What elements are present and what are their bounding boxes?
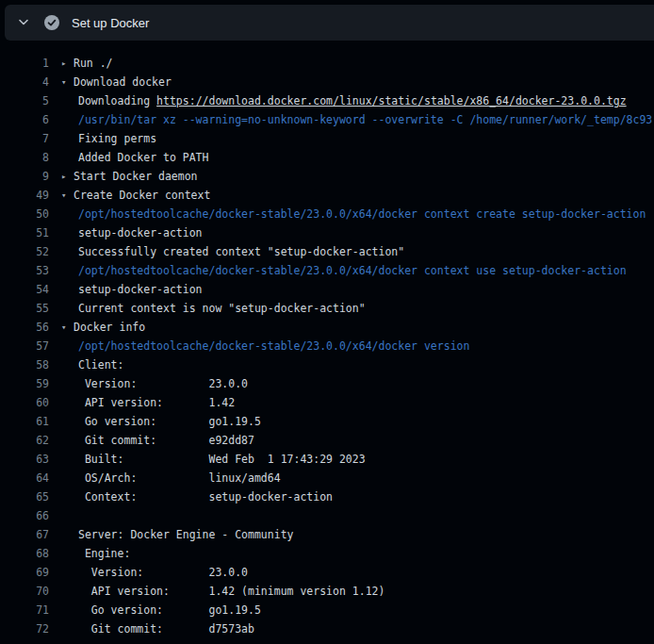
line-number[interactable]: 58 xyxy=(0,355,49,374)
line-number[interactable]: 6 xyxy=(0,110,49,129)
line-number[interactable]: 60 xyxy=(0,393,49,412)
log-line: 54setup-docker-action xyxy=(0,280,654,299)
log-line[interactable]: 4▾Download docker xyxy=(0,73,654,91)
group-label[interactable]: Create Docker context xyxy=(74,186,210,205)
line-number[interactable]: 55 xyxy=(0,299,49,318)
line-number[interactable]: 8 xyxy=(0,148,49,167)
log-text: Git commit: d7573ab xyxy=(78,619,254,638)
line-number[interactable]: 52 xyxy=(0,242,49,261)
log-line: 67Server: Docker Engine - Community xyxy=(0,525,654,544)
log-line: 64 OS/Arch: linux/amd64 xyxy=(0,469,654,487)
log-text: Client: xyxy=(78,355,123,374)
group-label[interactable]: Docker info xyxy=(74,318,145,337)
chevron-down-icon[interactable] xyxy=(18,19,29,26)
step-title: Set up Docker xyxy=(72,16,149,30)
log-line: 8Added Docker to PATH xyxy=(0,148,654,167)
command-text: /opt/hostedtoolcache/docker-stable/23.0.… xyxy=(78,205,652,223)
line-number[interactable]: 61 xyxy=(0,412,49,431)
log-line[interactable]: 49▾Create Docker context xyxy=(0,186,654,205)
log-text: API version: 1.42 xyxy=(78,393,235,412)
log-line: 58Client: xyxy=(0,355,654,374)
line-number[interactable]: 65 xyxy=(0,487,49,506)
log-text: Added Docker to PATH xyxy=(78,148,208,167)
line-number[interactable]: 5 xyxy=(0,91,49,110)
log-text: Successfully created context "setup-dock… xyxy=(78,242,404,261)
caret-down-icon[interactable]: ▾ xyxy=(61,186,74,205)
line-number[interactable]: 56 xyxy=(0,318,49,337)
check-circle-icon xyxy=(44,15,59,30)
log-line[interactable]: 9▸Start Docker daemon xyxy=(0,167,654,186)
log-line: 51setup-docker-action xyxy=(0,223,654,242)
log-text: Git commit: e92dd87 xyxy=(78,431,254,450)
line-number[interactable]: 68 xyxy=(0,544,49,563)
log-text: Go version: go1.19.5 xyxy=(78,601,261,619)
caret-right-icon[interactable]: ▸ xyxy=(61,167,74,186)
log-line: 72 Git commit: d7573ab xyxy=(0,619,654,638)
log-container: 1▸Run ./4▾Download docker5Downloading ht… xyxy=(0,41,654,638)
line-number[interactable]: 1 xyxy=(0,54,49,73)
log-text: setup-docker-action xyxy=(78,223,203,242)
step-header[interactable]: Set up Docker xyxy=(5,5,654,41)
log-text: OS/Arch: linux/amd64 xyxy=(78,469,281,487)
log-line: 71 Go version: go1.19.5 xyxy=(0,601,654,619)
line-number[interactable]: 57 xyxy=(0,337,49,355)
line-number[interactable]: 63 xyxy=(0,450,49,469)
group-label[interactable]: Run ./ xyxy=(74,54,113,73)
group-label[interactable]: Start Docker daemon xyxy=(74,167,198,186)
log-line: 66 xyxy=(0,506,654,525)
line-number[interactable]: 59 xyxy=(0,374,49,393)
log-line: 70 API version: 1.42 (minimum version 1.… xyxy=(0,582,654,601)
caret-right-icon[interactable]: ▸ xyxy=(61,54,74,73)
log-text: Downloading https://download.docker.com/… xyxy=(78,91,627,110)
log-text: Version: 23.0.0 xyxy=(78,563,248,582)
log-text: Server: Docker Engine - Community xyxy=(78,525,293,544)
line-number[interactable]: 66 xyxy=(0,506,49,525)
log-line: 52Successfully created context "setup-do… xyxy=(0,242,654,261)
line-number[interactable]: 4 xyxy=(0,73,49,91)
log-line[interactable]: 1▸Run ./ xyxy=(0,54,654,73)
line-number[interactable]: 54 xyxy=(0,280,49,299)
log-line: 6/usr/bin/tar xz --warning=no-unknown-ke… xyxy=(0,110,654,129)
line-number[interactable]: 9 xyxy=(0,167,49,186)
log-text: Go version: go1.19.5 xyxy=(78,412,261,431)
line-number[interactable]: 51 xyxy=(0,223,49,242)
line-number[interactable]: 70 xyxy=(0,582,49,601)
group-label[interactable]: Download docker xyxy=(74,73,172,91)
line-number[interactable]: 71 xyxy=(0,601,49,619)
line-number[interactable]: 72 xyxy=(0,619,49,638)
line-number[interactable]: 53 xyxy=(0,261,49,280)
line-number[interactable]: 69 xyxy=(0,563,49,582)
line-number[interactable]: 67 xyxy=(0,525,49,544)
command-text: /opt/hostedtoolcache/docker-stable/23.0.… xyxy=(78,337,469,355)
caret-down-icon[interactable]: ▾ xyxy=(61,73,74,91)
log-line: 59 Version: 23.0.0 xyxy=(0,374,654,393)
log-line: 50/opt/hostedtoolcache/docker-stable/23.… xyxy=(0,205,654,223)
log-link[interactable]: https://download.docker.com/linux/static… xyxy=(156,94,627,107)
log-text: API version: 1.42 (minimum version 1.12) xyxy=(78,582,384,601)
log-text: setup-docker-action xyxy=(78,280,203,299)
log-line: 63 Built: Wed Feb 1 17:43:29 2023 xyxy=(0,450,654,469)
line-number[interactable]: 50 xyxy=(0,205,49,223)
log-line: 60 API version: 1.42 xyxy=(0,393,654,412)
log-text: Context: setup-docker-action xyxy=(78,487,333,506)
log-text: Fixing perms xyxy=(78,129,156,148)
log-text: Engine: xyxy=(78,544,130,563)
log-line: 69 Version: 23.0.0 xyxy=(0,563,654,582)
log-line: 57/opt/hostedtoolcache/docker-stable/23.… xyxy=(0,337,654,355)
log-text: Current context is now "setup-docker-act… xyxy=(78,299,366,318)
line-number[interactable]: 62 xyxy=(0,431,49,450)
log-line: 61 Go version: go1.19.5 xyxy=(0,412,654,431)
log-line: 65 Context: setup-docker-action xyxy=(0,487,654,506)
log-line: 68 Engine: xyxy=(0,544,654,563)
log-line: 53/opt/hostedtoolcache/docker-stable/23.… xyxy=(0,261,654,280)
line-number[interactable]: 49 xyxy=(0,186,49,205)
command-text: /usr/bin/tar xz --warning=no-unknown-key… xyxy=(78,110,652,129)
caret-down-icon[interactable]: ▾ xyxy=(61,318,74,337)
log-text: Version: 23.0.0 xyxy=(78,374,248,393)
log-text-prefix: Downloading xyxy=(78,94,156,107)
line-number[interactable]: 7 xyxy=(0,129,49,148)
log-line: 5Downloading https://download.docker.com… xyxy=(0,91,654,110)
command-text: /opt/hostedtoolcache/docker-stable/23.0.… xyxy=(78,261,627,280)
line-number[interactable]: 64 xyxy=(0,469,49,487)
log-line[interactable]: 56▾Docker info xyxy=(0,318,654,337)
